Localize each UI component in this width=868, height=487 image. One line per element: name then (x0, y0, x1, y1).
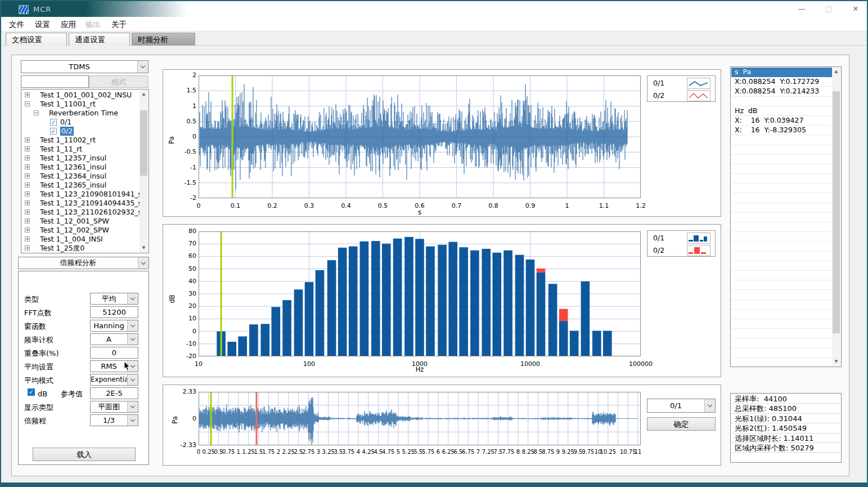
reference-value-input[interactable] (90, 387, 138, 399)
tree-item[interactable]: +Test 1_123_210908101941_spw (22, 190, 140, 199)
checkbox-icon[interactable]: ✓ (50, 128, 57, 135)
tree-item[interactable]: +Test 1_123_210914094435_spw (22, 199, 140, 208)
tree-item[interactable]: +Test 1_12361_insul (22, 163, 140, 172)
menu-apply[interactable]: 应用 (61, 19, 76, 29)
tree-expander-icon[interactable]: + (25, 92, 30, 97)
type-combo[interactable]: 平均 (90, 293, 138, 305)
tree-expander-icon[interactable]: + (25, 173, 30, 178)
tree-expander-icon[interactable]: + (25, 146, 30, 151)
close-button[interactable]: ✕ (846, 1, 865, 17)
menu-file[interactable]: 文件 (9, 19, 24, 29)
tree-expander-icon[interactable]: + (25, 227, 30, 233)
tree-item[interactable]: +Test 1_11002_rt (22, 136, 140, 145)
scroll-down-icon[interactable]: ▼ (140, 244, 148, 252)
tree-item[interactable]: +Test 1_11_rt (22, 145, 140, 154)
confirm-button[interactable]: 确定 (647, 417, 716, 431)
display-type-combo[interactable]: 平面图 (90, 401, 138, 413)
fft-points-input[interactable] (90, 306, 138, 318)
tree-expander-icon[interactable]: + (25, 155, 30, 160)
chevron-down-icon[interactable] (127, 415, 138, 426)
scroll-up-icon[interactable]: ▲ (140, 90, 148, 99)
chevron-down-icon[interactable] (127, 374, 138, 385)
chevron-down-icon[interactable] (704, 399, 715, 412)
y-tick-label: 70 (172, 240, 196, 247)
tree-item[interactable]: +Test 1_12_002_SPW (22, 226, 140, 235)
scroll-up-icon[interactable]: ▲ (832, 68, 840, 76)
tab-time-frequency-analysis[interactable]: 时频分析 (132, 33, 195, 46)
tree-expander-icon[interactable]: + (25, 191, 30, 196)
scroll-down-icon[interactable]: ▼ (832, 358, 840, 366)
chevron-down-icon[interactable] (127, 334, 138, 345)
frequency-weighting-combo[interactable]: A (90, 333, 138, 345)
load-button[interactable]: 载入 (33, 448, 136, 461)
tree-item[interactable]: +Test 1_12365_insul (22, 181, 140, 190)
info-scrollbar[interactable]: ▲ ▼ (832, 68, 840, 366)
y-tick-label: -10 (172, 340, 196, 347)
list-item[interactable]: s Pa (731, 68, 833, 77)
chevron-down-icon[interactable] (137, 61, 148, 73)
tree-item[interactable]: +Test 1_001_001_002_INSU (22, 91, 140, 100)
tree-expander-icon[interactable]: + (25, 218, 30, 224)
y-tick-label: -1.5 (172, 179, 196, 186)
tree-expander-icon[interactable]: + (25, 182, 30, 187)
db-checkbox[interactable]: ✓ (28, 388, 35, 396)
tree-item[interactable]: +Test 1_123_211026102932_spw (22, 208, 140, 217)
chevron-down-icon[interactable] (127, 320, 138, 331)
chevron-down-icon[interactable] (127, 401, 138, 412)
file-format-combo[interactable]: TDMS (21, 60, 149, 73)
octave-combo[interactable]: 1/3 (90, 414, 138, 426)
tree-scrollbar[interactable]: ▲ ▼ (140, 90, 148, 252)
tree-expander-icon[interactable]: + (25, 236, 30, 242)
tree-expander-icon[interactable]: + (25, 209, 30, 215)
checkbox-icon[interactable]: ✓ (50, 119, 57, 126)
app-logo-icon (19, 5, 29, 14)
file-tree-panel: +Test 1_001_001_002_INSU−Test 1_11001_rt… (21, 89, 149, 253)
tree-item[interactable]: +Test 1_12_001_SPW (22, 217, 140, 226)
menu-about[interactable]: 关于 (111, 19, 127, 29)
y-tick-label: 1 (172, 102, 196, 110)
list-item[interactable]: X: 16 Y:0.039427 (731, 116, 833, 126)
chevron-down-icon[interactable] (138, 257, 149, 269)
list-item[interactable]: X: 16 Y:-8.329305 (731, 126, 833, 135)
tree-expander-icon[interactable]: − (34, 110, 39, 115)
x-tick-label: 0.6 (408, 202, 431, 209)
tree-item[interactable]: +Test 1_12364_insul (22, 172, 140, 181)
tree-expander-icon[interactable]: + (25, 164, 30, 169)
x-tick-label: 10.25 (600, 449, 617, 455)
average-mode-combo[interactable]: Exponential (90, 374, 138, 386)
tree-item-label: 0/2 (60, 127, 74, 136)
tab-document-settings[interactable]: 文档设置 (6, 33, 67, 46)
chevron-down-icon[interactable] (127, 293, 138, 304)
stat-row: 光标2(红): 1.450549 (731, 423, 840, 433)
analysis-type-combo[interactable]: 倍频程分析 (18, 257, 149, 269)
tree-item-label: Test 1_123_210908101941_spw (40, 190, 140, 199)
tab-channel-settings[interactable]: 通道设置 (69, 33, 130, 46)
tree-item[interactable]: ✓0/1 (22, 118, 140, 127)
tree-expander-icon[interactable]: − (25, 101, 30, 106)
tree-expander-icon[interactable]: + (25, 245, 30, 251)
tree-item[interactable]: +Test 1_25度0 (22, 244, 140, 253)
tree-expander-icon[interactable]: + (25, 200, 30, 205)
list-item[interactable]: X:0.088254 Y:0.214233 (731, 87, 833, 96)
y-tick-label: 0.5 (172, 118, 196, 125)
minimize-button[interactable]: — (792, 1, 811, 17)
tree-item[interactable]: +Test 1_1_004_INSI (22, 235, 140, 244)
window-function-combo[interactable]: Hanning (90, 320, 138, 332)
list-item[interactable]: X:0.088254 Y:0.172729 (731, 77, 833, 87)
x-tick-label: 100 (293, 360, 326, 368)
info-scrollbar-thumb[interactable] (833, 91, 840, 333)
maximize-button[interactable]: □ (819, 1, 838, 17)
list-item[interactable]: Hz dB (731, 106, 833, 116)
tree-expander-icon[interactable]: + (25, 137, 30, 142)
y-tick-label: 1.5 (172, 87, 196, 94)
tree-item[interactable]: ✓0/2 (22, 127, 140, 136)
y-tick-label: -0.5 (172, 148, 196, 155)
tree-item[interactable]: −Reverberation Time (22, 109, 140, 118)
filter-input[interactable] (21, 75, 89, 88)
menu-settings[interactable]: 设置 (35, 19, 50, 29)
tree-item[interactable]: −Test 1_11001_rt (22, 100, 140, 109)
overlap-input[interactable] (90, 347, 138, 359)
tree-scrollbar-thumb[interactable] (140, 110, 147, 176)
overview-channel-combo[interactable]: 0/1 (647, 399, 716, 413)
tree-item[interactable]: +Test 1_12357_insul (22, 154, 140, 163)
